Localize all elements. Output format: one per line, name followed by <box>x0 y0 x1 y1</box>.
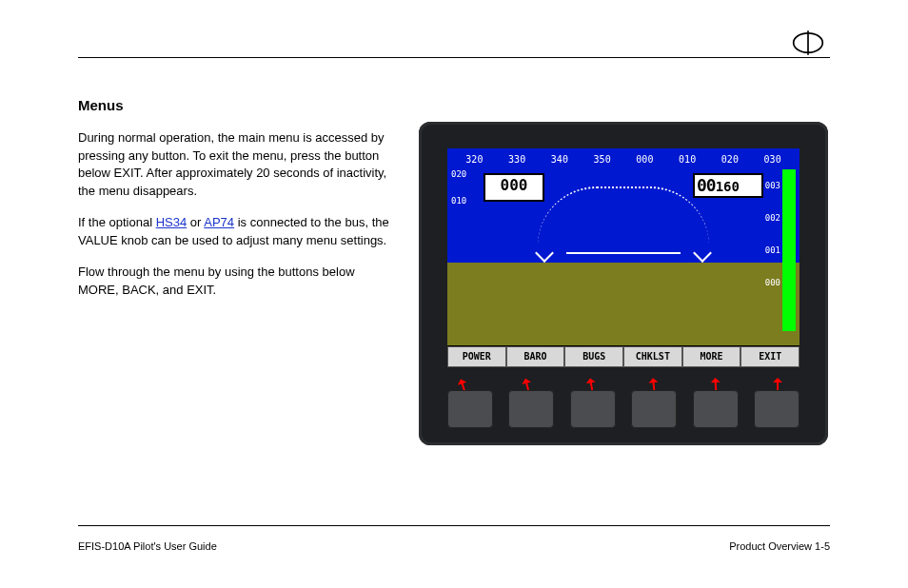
hw-button-1[interactable] <box>447 390 493 428</box>
softkey-exit[interactable]: EXIT <box>740 346 799 367</box>
brand-logo <box>792 27 824 62</box>
speed-tape: 020 010 <box>451 169 466 223</box>
softkey-chklst[interactable]: CHKLST <box>623 346 682 367</box>
softkey-bar: POWER BARO BUGS CHKLST MORE EXIT <box>447 346 799 367</box>
paragraph: If the optional HS34 or AP74 is connecte… <box>78 214 392 250</box>
hardware-buttons <box>447 390 799 428</box>
ground-region <box>447 263 799 345</box>
section-heading: Menus <box>78 95 392 116</box>
hw-button-4[interactable] <box>631 390 677 428</box>
footer-doc-title: EFIS-D10A Pilot's User Guide <box>78 540 217 552</box>
body-text: Menus During normal operation, the main … <box>78 95 392 313</box>
paragraph: During normal operation, the main menu i… <box>78 129 392 201</box>
rule-bottom <box>78 525 830 526</box>
softkey-baro[interactable]: BARO <box>506 346 565 367</box>
vsi-bar <box>782 169 796 331</box>
airspeed-readout: 000 <box>484 173 544 202</box>
alt-tape: 003 002 001 000 <box>765 169 780 299</box>
efis-device: 320330340350000010020030 020 010 000 001… <box>419 122 828 445</box>
altitude-readout: 00160 <box>693 173 763 198</box>
rule-top <box>78 57 830 58</box>
link-hs34[interactable]: HS34 <box>156 215 188 229</box>
horizon-reference <box>566 252 681 254</box>
efis-screen: 320330340350000010020030 020 010 000 001… <box>447 148 799 367</box>
footer-page-ref: Product Overview 1-5 <box>729 540 830 552</box>
link-ap74[interactable]: AP74 <box>204 215 234 229</box>
paragraph: Flow through the menu by using the butto… <box>78 264 392 300</box>
hw-button-3[interactable] <box>570 390 616 428</box>
heading-scale: 320330340350000010020030 <box>453 154 794 171</box>
softkey-bugs[interactable]: BUGS <box>564 346 623 367</box>
hw-button-6[interactable] <box>754 390 799 428</box>
softkey-more[interactable]: MORE <box>682 346 741 367</box>
hw-button-5[interactable] <box>693 390 739 428</box>
hw-button-2[interactable] <box>508 390 554 428</box>
softkey-power[interactable]: POWER <box>447 346 506 367</box>
